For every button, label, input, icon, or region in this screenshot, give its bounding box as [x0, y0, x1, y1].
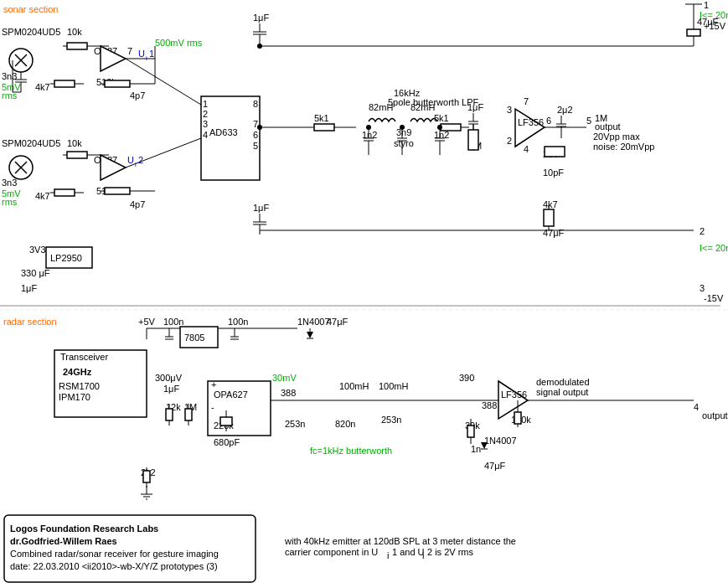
footer-note: with 40kHz emitter at 120dB SPL at 3 met…: [284, 536, 516, 546]
svg-text:1μF: 1μF: [163, 384, 179, 394]
svg-rect-47: [201, 96, 260, 180]
svg-text:2: 2: [203, 109, 208, 119]
svg-text:10pF: 10pF: [543, 168, 564, 178]
svg-text:47μF: 47μF: [543, 228, 565, 238]
footer-author: dr.Godfried-Willem Raes: [10, 536, 117, 546]
svg-text:+5V: +5V: [138, 317, 156, 327]
svg-text:388: 388: [482, 400, 497, 410]
svg-text:4k7: 4k7: [543, 199, 558, 209]
svg-text:388: 388: [281, 388, 296, 398]
svg-text:IPM170: IPM170: [59, 392, 90, 402]
svg-text:680pF: 680pF: [214, 437, 240, 447]
svg-rect-34: [105, 80, 130, 87]
svg-text:i: i: [135, 161, 137, 168]
svg-text:signal output: signal output: [536, 387, 588, 397]
svg-marker-199: [498, 381, 528, 419]
svg-rect-74: [54, 189, 75, 196]
svg-text:390: 390: [459, 373, 474, 383]
svg-text:100n: 100n: [228, 317, 248, 327]
svg-point-242: [400, 125, 405, 130]
svg-text:I<= 20mA: I<= 20mA: [700, 243, 728, 253]
svg-text:20Vpp max: 20Vpp max: [593, 132, 640, 142]
svg-rect-93: [314, 124, 334, 131]
svg-rect-77: [105, 188, 130, 194]
svg-rect-131: [545, 147, 565, 157]
svg-text:1μF: 1μF: [253, 13, 269, 23]
svg-text:47μF: 47μF: [327, 317, 349, 327]
radar-section-label: radar section: [3, 317, 57, 327]
svg-rect-178: [166, 409, 173, 420]
svg-rect-28: [67, 43, 87, 49]
svg-text:5: 5: [586, 116, 591, 126]
schematic-diagram: sonar section radar section 1 I<= 20mA +…: [0, 0, 728, 588]
svg-text:RSM1700: RSM1700: [59, 381, 100, 391]
svg-text:4k7: 4k7: [35, 191, 50, 201]
svg-text:3n3: 3n3: [2, 71, 17, 81]
svg-text:1μF: 1μF: [467, 102, 483, 112]
svg-point-243: [437, 125, 442, 130]
svg-text:3: 3: [507, 105, 512, 115]
svg-text:rms: rms: [2, 197, 18, 207]
svg-text:1: 1: [704, 0, 709, 10]
svg-point-240: [257, 125, 262, 130]
svg-text:U: U: [138, 49, 145, 59]
svg-text:-15V: -15V: [704, 293, 724, 303]
svg-text:500mV rms: 500mV rms: [155, 38, 203, 48]
svg-text:U: U: [127, 155, 134, 165]
svg-text:i: i: [387, 550, 389, 560]
svg-text:330 μF: 330 μF: [21, 268, 50, 278]
svg-text:noise: 20mVpp: noise: 20mVpp: [593, 142, 654, 152]
svg-text:24GHz: 24GHz: [63, 367, 92, 377]
svg-text:1μF: 1μF: [21, 283, 37, 293]
svg-text:4: 4: [524, 144, 529, 154]
svg-text:LF356: LF356: [501, 389, 527, 400]
svg-text:7: 7: [127, 46, 132, 56]
sonar-section-label: sonar section: [3, 4, 58, 14]
footer-date: date: 22.03.2010 <ii2010>-wb-X/Y/Z proto…: [10, 561, 218, 571]
svg-rect-205: [467, 426, 474, 437]
svg-rect-218: [143, 471, 150, 482]
svg-text:2: 2: [507, 136, 512, 146]
svg-marker-166: [307, 332, 313, 338]
svg-text:1n: 1n: [471, 444, 481, 454]
svg-rect-7: [687, 29, 700, 36]
svg-text:1N4007: 1N4007: [297, 317, 330, 327]
svg-text:82mH: 82mH: [410, 102, 435, 112]
svg-text:82mH: 82mH: [369, 102, 393, 112]
svg-text:1N4007: 1N4007: [484, 436, 517, 446]
svg-text:8: 8: [253, 99, 258, 109]
svg-text:OPA627: OPA627: [214, 389, 248, 400]
svg-point-239: [257, 44, 262, 49]
svg-rect-145: [544, 209, 554, 226]
svg-text:fc=1kHz butterworth: fc=1kHz butterworth: [310, 446, 392, 456]
svg-rect-181: [185, 409, 192, 420]
svg-text:LP2950: LP2950: [50, 253, 82, 263]
svg-text:3: 3: [203, 119, 208, 129]
svg-text:LF356: LF356: [518, 117, 544, 127]
svg-rect-122: [468, 130, 478, 150]
svg-text:7: 7: [524, 96, 529, 106]
svg-text:2 is 2V rms: 2 is 2V rms: [427, 547, 474, 557]
svg-text:SPM0204UD5: SPM0204UD5: [2, 138, 60, 148]
svg-rect-71: [67, 152, 87, 158]
svg-text:6: 6: [546, 116, 551, 126]
svg-text:-: -: [211, 402, 214, 412]
svg-text:6: 6: [253, 130, 258, 140]
footer-desc: Combined radar/sonar receiver for gestur…: [10, 549, 219, 559]
svg-text:4p7: 4p7: [130, 199, 145, 209]
footer-note2: carrier component in U: [285, 547, 378, 557]
svg-text:i: i: [422, 550, 424, 560]
svg-text:2: 2: [138, 155, 143, 165]
svg-rect-25: [54, 80, 75, 87]
svg-text:4: 4: [694, 402, 699, 412]
svg-text:253n: 253n: [285, 419, 305, 429]
svg-text:2μ2: 2μ2: [557, 105, 573, 115]
svg-text:1 and U: 1 and U: [392, 547, 425, 557]
svg-text:4: 4: [203, 130, 208, 140]
footer-org: Logos Foundation Research Labs: [10, 524, 158, 534]
svg-text:2: 2: [700, 226, 705, 236]
svg-text:47μF: 47μF: [484, 461, 506, 471]
svg-text:10k: 10k: [67, 138, 82, 148]
svg-text:styro: styro: [394, 138, 414, 148]
svg-text:Transceiver: Transceiver: [60, 352, 108, 362]
